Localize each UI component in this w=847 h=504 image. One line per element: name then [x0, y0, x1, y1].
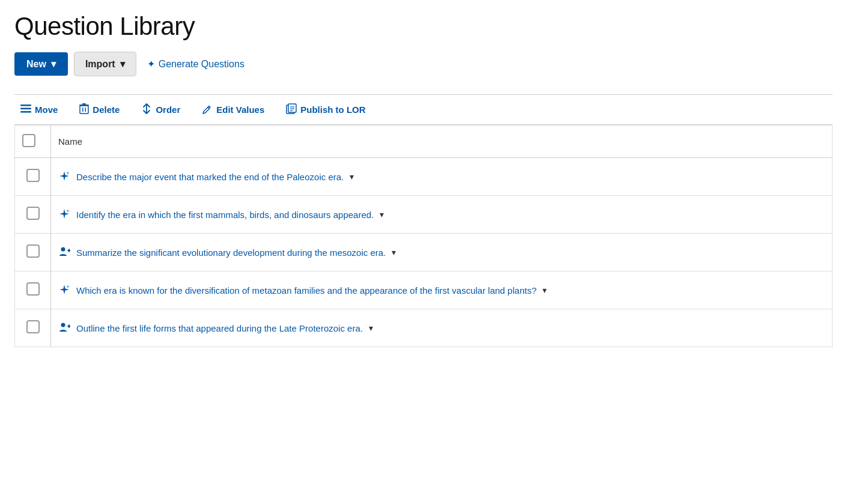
question-text[interactable]: Outline the first life forms that appear… — [76, 323, 363, 333]
delete-button[interactable]: Delete — [76, 101, 123, 118]
row-question-cell: Outline the first life forms that appear… — [51, 309, 833, 347]
table-row: Describe the major event that marked the… — [15, 158, 833, 196]
ai-sparkle-icon — [58, 284, 70, 297]
svg-point-13 — [61, 247, 65, 251]
svg-rect-7 — [82, 103, 86, 105]
row-question-cell: Summarize the significant evolutionary d… — [51, 234, 833, 272]
generate-questions-button[interactable]: ✦ Generate Questions — [142, 52, 249, 76]
question-text[interactable]: Describe the major event that marked the… — [76, 172, 344, 182]
page-container: Question Library New ▾ Import ▾ ✦ Genera… — [0, 0, 847, 359]
svg-rect-9 — [288, 104, 296, 112]
person-plus-icon — [58, 246, 70, 260]
row-checkbox-cell — [15, 234, 51, 272]
question-text[interactable]: Identify the era in which the first mamm… — [76, 210, 374, 220]
table-row: Which era is known for the diversificati… — [15, 272, 833, 309]
move-label: Move — [35, 105, 58, 115]
edit-values-button[interactable]: Edit Values — [198, 101, 268, 118]
question-text[interactable]: Summarize the significant evolutionary d… — [76, 247, 386, 258]
publish-lor-icon — [286, 103, 297, 116]
row-expand-chevron-icon[interactable]: ▾ — [392, 247, 396, 257]
generate-button-label: Generate Questions — [159, 59, 244, 70]
row-expand-chevron-icon[interactable]: ▾ — [542, 285, 547, 295]
row-checkbox-cell — [15, 196, 51, 234]
row-question-cell: Which era is known for the diversificati… — [51, 272, 833, 309]
row-checkbox-cell — [15, 272, 51, 309]
row-expand-chevron-icon[interactable]: ▾ — [369, 323, 373, 333]
svg-point-16 — [61, 323, 65, 327]
svg-rect-3 — [80, 106, 88, 114]
edit-values-label: Edit Values — [216, 105, 264, 115]
svg-rect-5 — [85, 108, 87, 112]
import-button-label: Import — [85, 59, 115, 70]
header-name-cell: Name — [51, 126, 833, 158]
new-button-label: New — [26, 59, 46, 70]
row-checkbox[interactable] — [26, 207, 40, 220]
import-chevron-icon: ▾ — [120, 58, 125, 70]
table-row: Summarize the significant evolutionary d… — [15, 234, 833, 272]
row-checkbox-cell — [15, 158, 51, 196]
svg-rect-6 — [79, 105, 89, 106]
order-button[interactable]: Order — [138, 101, 184, 118]
question-text[interactable]: Which era is known for the diversificati… — [76, 285, 536, 296]
move-icon — [20, 103, 31, 116]
delete-label: Delete — [93, 105, 120, 115]
question-table: Name Describe the major event that marke… — [14, 125, 833, 347]
row-question-cell: Identify the era in which the first mamm… — [51, 196, 833, 234]
toolbar: New ▾ Import ▾ ✦ Generate Questions — [14, 52, 833, 76]
header-checkbox-cell — [15, 126, 51, 158]
select-all-checkbox[interactable] — [22, 134, 35, 147]
import-button[interactable]: Import ▾ — [74, 52, 136, 76]
row-checkbox[interactable] — [26, 169, 40, 182]
row-checkbox-cell — [15, 309, 51, 347]
svg-rect-4 — [82, 108, 83, 112]
new-button[interactable]: New ▾ — [14, 52, 68, 76]
new-chevron-icon: ▾ — [51, 58, 56, 70]
order-label: Order — [156, 105, 180, 115]
action-bar: Move Delete Order — [14, 94, 833, 125]
ai-sparkle-icon — [58, 170, 70, 184]
move-button[interactable]: Move — [17, 101, 61, 118]
order-icon — [141, 103, 152, 116]
publish-lor-button[interactable]: Publish to LOR — [282, 101, 369, 118]
svg-rect-1 — [20, 108, 31, 110]
row-checkbox[interactable] — [26, 244, 40, 258]
row-checkbox[interactable] — [26, 320, 40, 333]
row-expand-chevron-icon[interactable]: ▾ — [350, 172, 354, 181]
svg-rect-0 — [20, 105, 31, 106]
svg-rect-2 — [20, 111, 31, 113]
row-question-cell: Describe the major event that marked the… — [51, 158, 833, 196]
page-title: Question Library — [14, 12, 833, 41]
table-row: Identify the era in which the first mamm… — [15, 196, 833, 234]
ai-sparkle-icon — [58, 208, 70, 222]
publish-lor-label: Publish to LOR — [300, 105, 365, 115]
edit-values-icon — [202, 103, 213, 116]
person-plus-icon — [58, 321, 70, 335]
table-header-row: Name — [15, 126, 833, 158]
row-expand-chevron-icon[interactable]: ▾ — [380, 210, 384, 219]
generate-sparkle-icon: ✦ — [147, 58, 155, 70]
delete-icon — [79, 103, 89, 116]
table-row: Outline the first life forms that appear… — [15, 309, 833, 347]
row-checkbox[interactable] — [26, 282, 40, 296]
